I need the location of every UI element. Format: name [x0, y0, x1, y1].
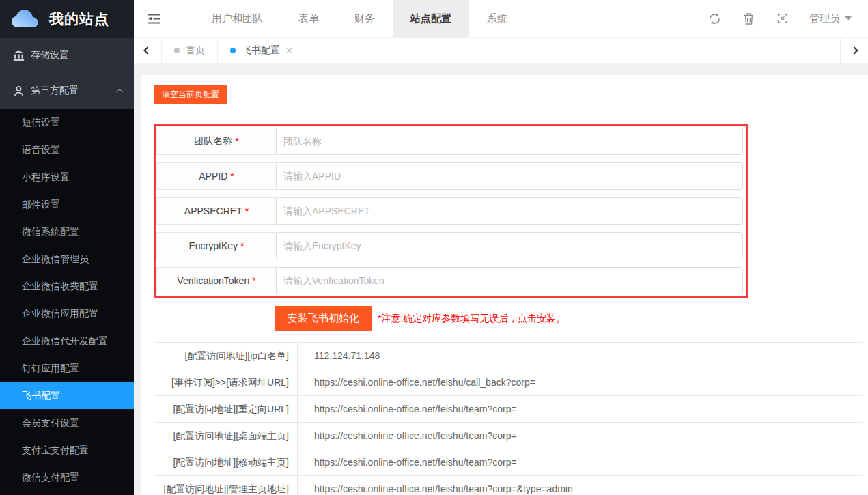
close-icon[interactable]: ×	[286, 44, 292, 56]
chevron-right-icon	[850, 46, 858, 54]
top-header: 用户和团队 表单 财务 站点配置 系统	[134, 0, 868, 38]
nav-finance[interactable]: 财务	[337, 0, 393, 37]
collapse-sidebar-button[interactable]	[134, 0, 175, 37]
user-menu[interactable]: 管理员	[800, 12, 868, 25]
sidebar-item-wecom-app[interactable]: 企业微信应用配置	[0, 300, 134, 327]
content-card: 清空当前页配置 团队名称* APPID* APPSECRET*	[141, 75, 868, 495]
sidebar-item-miniprogram[interactable]: 小程序设置	[0, 163, 134, 190]
divider	[154, 113, 863, 113]
sidebar-item-wecom-billing[interactable]: 企业微信收费配置	[0, 272, 134, 300]
form-row-verificationtoken: VerificationToken*	[156, 267, 743, 294]
field-label: EncryptKey*	[156, 232, 277, 259]
sidebar-item-voice[interactable]: 语音设置	[0, 136, 134, 163]
required-asterisk: *	[240, 240, 244, 251]
table-row: [配置访问地址][管理主页地址] https://ceshi.online-of…	[154, 476, 863, 495]
field-label: VerificationToken*	[156, 267, 277, 294]
required-asterisk: *	[252, 275, 255, 286]
sidebar-item-label: 第三方配置	[31, 85, 118, 97]
info-label: [配置访问地址][桌面端主页]	[154, 423, 298, 449]
info-label: [配置访问地址][重定向URL]	[154, 396, 298, 422]
collapse-menu-icon	[148, 14, 160, 24]
sidebar-item-alipay[interactable]: 支付宝支付配置	[0, 436, 134, 464]
sidebar: 我的站点 存储设置 第三方配置 短信设置 语音设置 小程序设置 邮件设置 微信	[0, 0, 134, 495]
sidebar-item-wecom-dev[interactable]: 企业微信代开发配置	[0, 327, 134, 354]
chevron-left-icon	[143, 46, 151, 54]
nav-forms[interactable]: 表单	[281, 0, 337, 37]
refresh-button[interactable]	[697, 13, 731, 25]
table-row: [配置访问地址][移动端主页] https://ceshi.online-off…	[154, 449, 863, 476]
info-value: https://ceshi.online-office.net/feishu/t…	[298, 476, 863, 495]
form-row-encryptkey: EncryptKey*	[156, 232, 743, 259]
field-label: APPID*	[156, 162, 277, 190]
tab-scroll-left-button[interactable]	[134, 38, 162, 63]
clear-config-button[interactable]: 清空当前页配置	[154, 85, 227, 104]
tab-status-dot	[174, 48, 180, 53]
required-asterisk: *	[245, 206, 249, 216]
install-section: 安装飞书初始化 *注意:确定对应参数填写无误后，点击安装。	[275, 306, 863, 331]
sidebar-item-wechat-system[interactable]: 微信系统配置	[0, 218, 134, 245]
tab-feishu-config[interactable]: 飞书配置 ×	[218, 38, 305, 63]
team-name-input[interactable]	[276, 128, 743, 155]
tab-label: 首页	[186, 44, 205, 57]
page-background: 清空当前页配置 团队名称* APPID* APPSECRET*	[134, 63, 868, 495]
header-actions: 管理员	[697, 0, 868, 37]
tab-home[interactable]: 首页	[162, 38, 218, 63]
table-row: [配置访问地址][重定向URL] https://ceshi.online-of…	[154, 396, 863, 423]
table-row: [配置访问地址][ip白名单] 112.124.71.148	[154, 343, 863, 369]
logo: 我的站点	[0, 0, 134, 38]
tab-status-dot	[230, 48, 236, 53]
info-value: https://ceshi.online-office.net/feishu/c…	[298, 369, 863, 395]
tab-bar: 首页 飞书配置 ×	[134, 38, 868, 63]
bank-icon	[13, 50, 25, 61]
refresh-icon	[709, 13, 720, 25]
sidebar-item-feishu-config[interactable]: 飞书配置	[0, 382, 134, 409]
sidebar-item-third-party-config[interactable]: 第三方配置	[0, 73, 134, 109]
table-row: [事件订阅]>>[请求网址URL] https://ceshi.online-o…	[154, 369, 863, 396]
app-window: 我的站点 存储设置 第三方配置 短信设置 语音设置 小程序设置 邮件设置 微信	[0, 0, 868, 495]
nav-system[interactable]: 系统	[469, 0, 525, 37]
sidebar-item-dingtalk-app[interactable]: 钉钉应用配置	[0, 354, 134, 382]
info-value: https://ceshi.online-office.net/feishu/t…	[298, 396, 863, 422]
field-label: 团队名称*	[156, 128, 277, 155]
caret-down-icon	[845, 16, 852, 20]
encryptkey-input[interactable]	[276, 232, 743, 259]
sidebar-item-email[interactable]: 邮件设置	[0, 190, 134, 218]
info-label: [配置访问地址][管理主页地址]	[154, 476, 298, 495]
sidebar-item-label: 存储设置	[31, 49, 123, 61]
tab-scroll-right-button[interactable]	[840, 38, 868, 63]
info-value: 112.124.71.148	[298, 343, 863, 369]
fullscreen-button[interactable]	[766, 13, 800, 24]
required-asterisk: *	[235, 136, 238, 147]
form-row-appid: APPID*	[156, 162, 743, 190]
site-title: 我的站点	[49, 10, 109, 29]
sidebar-submenu: 短信设置 语音设置 小程序设置 邮件设置 微信系统配置 企业微信管理员 企业微信…	[0, 109, 134, 495]
required-asterisk: *	[230, 171, 234, 182]
clear-cache-button[interactable]	[731, 13, 766, 25]
nav-users-teams[interactable]: 用户和团队	[194, 0, 281, 37]
install-feishu-button[interactable]: 安装飞书初始化	[275, 306, 372, 331]
sidebar-item-wechat-pay[interactable]: 微信支付配置	[0, 464, 134, 491]
table-row: [配置访问地址][桌面端主页] https://ceshi.online-off…	[154, 423, 863, 449]
info-value: https://ceshi.online-office.net/feishu/t…	[298, 449, 863, 475]
main-area: 用户和团队 表单 财务 站点配置 系统	[134, 0, 868, 495]
nav-site-config[interactable]: 站点配置	[393, 0, 469, 37]
fullscreen-icon	[777, 13, 788, 24]
appid-input[interactable]	[276, 162, 743, 190]
field-label: APPSECRET*	[156, 197, 277, 225]
verificationtoken-input[interactable]	[276, 267, 743, 294]
info-label: [配置访问地址][ip白名单]	[154, 343, 298, 369]
sidebar-item-storage-settings[interactable]: 存储设置	[0, 38, 134, 73]
form-row-appsecret: APPSECRET*	[156, 197, 743, 225]
config-info-table: [配置访问地址][ip白名单] 112.124.71.148 [事件订阅]>>[…	[154, 342, 863, 495]
feishu-config-form: 团队名称* APPID* APPSECRET* EncryptKey*	[154, 124, 748, 298]
install-note: *注意:确定对应参数填写无误后，点击安装。	[378, 313, 565, 325]
appsecret-input[interactable]	[276, 197, 743, 225]
info-label: [配置访问地址][移动端主页]	[154, 449, 298, 475]
form-row-team-name: 团队名称*	[156, 128, 743, 155]
user-icon	[13, 85, 25, 97]
tab-label: 飞书配置	[242, 44, 280, 57]
sidebar-item-sms[interactable]: 短信设置	[0, 109, 134, 136]
sidebar-item-wecom-admin[interactable]: 企业微信管理员	[0, 245, 134, 272]
sidebar-item-member-payment[interactable]: 会员支付设置	[0, 409, 134, 436]
top-navigation: 用户和团队 表单 财务 站点配置 系统	[194, 0, 525, 37]
